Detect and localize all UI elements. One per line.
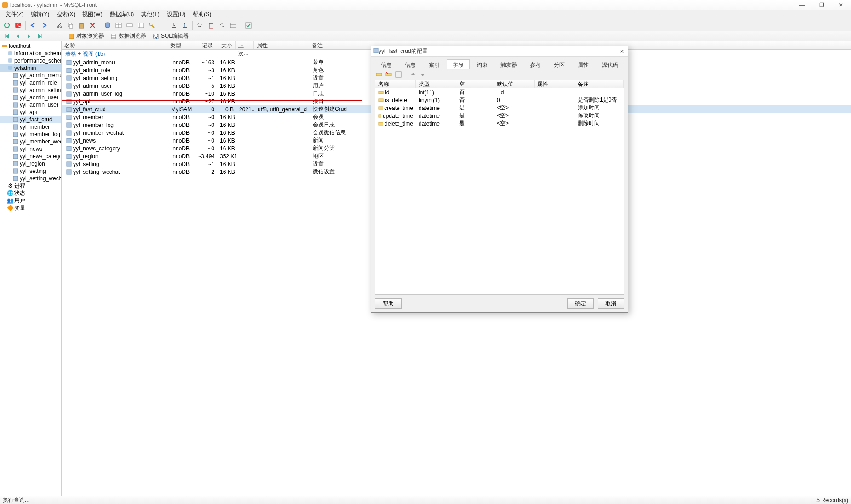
col-records[interactable]: 记录	[194, 41, 216, 49]
fcol-comment[interactable]: 备注	[575, 80, 624, 88]
field-row[interactable]: is_deletetinyint(1)否0是否删除1是0否	[375, 96, 624, 104]
tree-table[interactable]: yyl_admin_user_log	[0, 101, 61, 109]
menu-edit[interactable]: 编辑(Y)	[27, 10, 53, 19]
cut-icon[interactable]	[54, 20, 64, 30]
move-up-icon[interactable]	[409, 70, 417, 79]
cancel-button[interactable]: 取消	[598, 298, 624, 309]
next-icon[interactable]	[24, 31, 34, 41]
dialog-tab[interactable]: 索引	[423, 59, 446, 69]
edit-field-icon[interactable]	[394, 70, 402, 79]
maximize-button[interactable]: ❐	[816, 1, 827, 9]
delete-field-icon[interactable]	[385, 70, 393, 79]
dialog-close-button[interactable]: ✕	[618, 48, 626, 55]
sql-editor-tab[interactable]: SQL SQL编辑器	[150, 31, 191, 41]
dialog-tab[interactable]: 约束	[471, 59, 494, 69]
col-last[interactable]: 上次...	[236, 41, 254, 49]
tree-table[interactable]: yyl_member_wechat	[0, 138, 61, 145]
minimize-button[interactable]: —	[797, 1, 808, 9]
fcol-default[interactable]: 默认值	[494, 80, 535, 88]
dialog-tab[interactable]: 属性	[572, 59, 595, 69]
move-down-icon[interactable]	[419, 70, 427, 79]
tree-table[interactable]: yyl_admin_setting	[0, 86, 61, 94]
field-row[interactable]: delete_timedatetime是<空>删除时间	[375, 120, 624, 127]
dialog-titlebar[interactable]: yyl_fast_crud的配置 ✕	[371, 46, 628, 57]
menu-search[interactable]: 搜索(X)	[53, 10, 79, 19]
stop-icon[interactable]: STOP	[13, 20, 23, 30]
copy-icon[interactable]	[65, 20, 75, 30]
new-index-icon[interactable]	[136, 20, 146, 30]
tree-schema-info[interactable]: information_schema	[0, 50, 61, 57]
menu-database[interactable]: 数据库(U)	[106, 10, 138, 19]
fcol-null[interactable]: 空	[456, 80, 494, 88]
search-icon[interactable]	[195, 20, 205, 30]
data-browser-tab[interactable]: 数据浏览器	[108, 31, 149, 41]
tree-variables[interactable]: 🔶变量	[0, 204, 61, 212]
new-field-icon[interactable]	[125, 20, 135, 30]
tree-table[interactable]: yyl_admin_role	[0, 79, 61, 86]
col-name[interactable]: 名称	[62, 41, 167, 49]
tree-schema-perf[interactable]: performance_schema	[0, 57, 61, 64]
svg-rect-54	[67, 92, 71, 96]
tree-table[interactable]: yyl_setting	[0, 167, 61, 175]
ok-button[interactable]: 确定	[567, 298, 594, 309]
col-attrs[interactable]: 属性	[254, 41, 309, 49]
menu-other[interactable]: 其他(T)	[138, 10, 163, 19]
dialog-tab[interactable]: 分区	[548, 59, 571, 69]
object-browser-tab[interactable]: 对象浏览器	[65, 31, 107, 41]
dialog-tab[interactable]: 参考	[524, 59, 547, 69]
help-button[interactable]: 帮助	[375, 298, 402, 309]
svg-rect-48	[13, 169, 18, 173]
field-row[interactable]: idint(11)否id	[375, 88, 624, 96]
properties-icon[interactable]	[228, 20, 238, 30]
dialog-tab[interactable]: 触发器	[494, 59, 523, 69]
tree-table[interactable]: yyl_news	[0, 145, 61, 153]
paste-icon[interactable]	[76, 20, 86, 30]
redo-icon[interactable]	[39, 20, 49, 30]
menu-settings[interactable]: 设置(U)	[163, 10, 190, 19]
check-icon[interactable]	[243, 20, 253, 30]
fcol-name[interactable]: 名称	[375, 80, 416, 88]
fcol-attrs[interactable]: 属性	[535, 80, 575, 88]
tree-host[interactable]: localhost	[0, 42, 61, 50]
dialog-tab[interactable]: 信息	[375, 59, 398, 69]
menu-file[interactable]: 文件(Z)	[2, 10, 27, 19]
tree-status[interactable]: 🌐状态	[0, 189, 61, 197]
col-type[interactable]: 类型	[167, 41, 194, 49]
field-row[interactable]: update_timedatetime是<空>修改时间	[375, 112, 624, 120]
field-row[interactable]: create_timedatetime是<空>添加时间	[375, 104, 624, 112]
refresh-icon[interactable]	[2, 20, 12, 30]
tree-table[interactable]: yyl_news_category	[0, 153, 61, 160]
link-icon[interactable]	[217, 20, 227, 30]
tree-table[interactable]: yyl_api	[0, 109, 61, 116]
new-key-icon[interactable]	[147, 20, 157, 30]
tree-table[interactable]: yyl_admin_menu	[0, 72, 61, 79]
dialog-tab[interactable]: 字段	[447, 59, 470, 69]
close-button[interactable]: ✕	[835, 1, 846, 9]
delete-icon[interactable]	[87, 20, 98, 30]
tree-users[interactable]: 👥用户	[0, 197, 61, 204]
dialog-tab[interactable]: 源代码	[596, 59, 624, 69]
new-table-icon[interactable]	[114, 20, 124, 30]
drop-icon[interactable]	[206, 20, 216, 30]
add-field-icon[interactable]	[375, 70, 383, 79]
menu-view[interactable]: 视图(W)	[79, 10, 106, 19]
col-size[interactable]: 大小	[216, 41, 236, 49]
tree-schema-open[interactable]: yyladmin	[0, 64, 61, 72]
tree-table[interactable]: yyl_fast_crud	[0, 116, 61, 123]
undo-icon[interactable]	[28, 20, 38, 30]
new-db-icon[interactable]	[103, 20, 113, 30]
tree-table[interactable]: yyl_admin_user	[0, 94, 61, 101]
tree-table[interactable]: yyl_setting_wechat	[0, 175, 61, 182]
tree-table[interactable]: yyl_member	[0, 123, 61, 131]
prev-icon[interactable]	[13, 31, 23, 41]
fcol-type[interactable]: 类型	[416, 80, 456, 88]
menu-help[interactable]: 帮助(S)	[189, 10, 215, 19]
import-icon[interactable]	[169, 20, 179, 30]
first-icon[interactable]	[2, 31, 12, 41]
tree-processes[interactable]: ⚙进程	[0, 182, 61, 189]
tree-table[interactable]: yyl_region	[0, 160, 61, 167]
dialog-tab[interactable]: 信息	[399, 59, 422, 69]
tree-table[interactable]: yyl_member_log	[0, 131, 61, 138]
last-icon[interactable]	[35, 31, 45, 41]
export-icon[interactable]	[180, 20, 190, 30]
